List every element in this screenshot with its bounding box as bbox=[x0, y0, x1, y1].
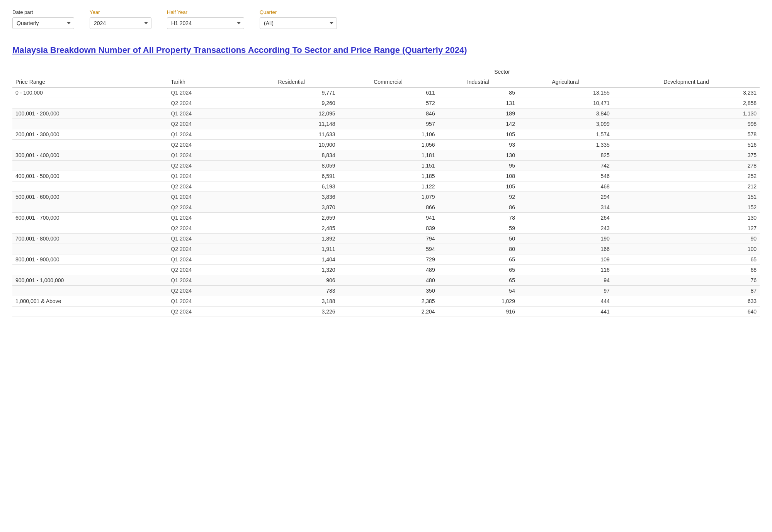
cell-industrial: 65 bbox=[438, 264, 518, 275]
table-row: 0 - 100,000 Q1 2024 9,771 611 85 13,155 … bbox=[12, 87, 760, 98]
cell-residential: 3,188 bbox=[245, 296, 338, 306]
date-part-label: Date part bbox=[12, 9, 74, 15]
cell-tarikh: Q2 2024 bbox=[168, 139, 244, 150]
table-row: 600,001 - 700,000 Q1 2024 2,659 941 78 2… bbox=[12, 212, 760, 223]
cell-agricultural: 13,155 bbox=[518, 87, 613, 98]
cell-industrial: 85 bbox=[438, 87, 518, 98]
cell-commercial: 866 bbox=[338, 202, 438, 212]
table-row: Q2 2024 783 350 54 97 87 bbox=[12, 285, 760, 296]
table-row: Q2 2024 8,059 1,151 95 742 278 bbox=[12, 160, 760, 171]
cell-dev-land: 87 bbox=[613, 285, 760, 296]
cell-dev-land: 130 bbox=[613, 212, 760, 223]
cell-tarikh: Q1 2024 bbox=[168, 150, 244, 160]
cell-industrial: 189 bbox=[438, 108, 518, 119]
cell-residential: 11,633 bbox=[245, 129, 338, 139]
cell-residential: 1,892 bbox=[245, 233, 338, 244]
cell-dev-land: 2,858 bbox=[613, 98, 760, 108]
quarter-label: Quarter bbox=[260, 9, 337, 15]
table-row: 800,001 - 900,000 Q1 2024 1,404 729 65 1… bbox=[12, 254, 760, 264]
cell-residential: 9,771 bbox=[245, 87, 338, 98]
cell-agricultural: 94 bbox=[518, 275, 613, 285]
cell-dev-land: 640 bbox=[613, 306, 760, 317]
table-row: Q2 2024 9,260 572 131 10,471 2,858 bbox=[12, 98, 760, 108]
cell-dev-land: 1,130 bbox=[613, 108, 760, 119]
data-table: Sector Price Range Tarikh Residential Co… bbox=[12, 67, 760, 317]
quarter-filter: Quarter (All)Q1 2024Q2 2024 bbox=[260, 9, 337, 29]
table-row: Q2 2024 1,911 594 80 166 100 bbox=[12, 244, 760, 254]
cell-price: 500,001 - 600,000 bbox=[12, 191, 168, 202]
cell-agricultural: 742 bbox=[518, 160, 613, 171]
report-title[interactable]: Malaysia Breakdown Number of All Propert… bbox=[12, 44, 760, 56]
cell-agricultural: 97 bbox=[518, 285, 613, 296]
cell-tarikh: Q2 2024 bbox=[168, 223, 244, 233]
table-row: Q2 2024 3,226 2,204 916 441 640 bbox=[12, 306, 760, 317]
cell-residential: 3,870 bbox=[245, 202, 338, 212]
cell-price: 300,001 - 400,000 bbox=[12, 150, 168, 160]
cell-dev-land: 375 bbox=[613, 150, 760, 160]
cell-tarikh: Q2 2024 bbox=[168, 160, 244, 171]
cell-agricultural: 109 bbox=[518, 254, 613, 264]
quarter-select[interactable]: (All)Q1 2024Q2 2024 bbox=[260, 17, 337, 29]
cell-tarikh: Q1 2024 bbox=[168, 212, 244, 223]
cell-industrial: 59 bbox=[438, 223, 518, 233]
cell-commercial: 839 bbox=[338, 223, 438, 233]
date-part-select[interactable]: QuarterlyMonthlyYearly bbox=[12, 17, 74, 29]
cell-industrial: 142 bbox=[438, 119, 518, 129]
cell-industrial: 108 bbox=[438, 171, 518, 181]
half-year-select[interactable]: H1 2024H2 2024 bbox=[167, 17, 244, 29]
cell-price: 800,001 - 900,000 bbox=[12, 254, 168, 264]
cell-dev-land: 998 bbox=[613, 119, 760, 129]
cell-commercial: 594 bbox=[338, 244, 438, 254]
cell-price: 700,001 - 800,000 bbox=[12, 233, 168, 244]
table-row: Q2 2024 10,900 1,056 93 1,335 516 bbox=[12, 139, 760, 150]
cell-tarikh: Q1 2024 bbox=[168, 233, 244, 244]
cell-commercial: 1,181 bbox=[338, 150, 438, 160]
col-dev-land: Development Land bbox=[613, 76, 760, 88]
table-row: 700,001 - 800,000 Q1 2024 1,892 794 50 1… bbox=[12, 233, 760, 244]
cell-residential: 2,659 bbox=[245, 212, 338, 223]
cell-industrial: 1,029 bbox=[438, 296, 518, 306]
cell-tarikh: Q2 2024 bbox=[168, 181, 244, 191]
cell-tarikh: Q2 2024 bbox=[168, 244, 244, 254]
year-select[interactable]: 202420232022 bbox=[90, 17, 151, 29]
cell-commercial: 2,385 bbox=[338, 296, 438, 306]
cell-commercial: 611 bbox=[338, 87, 438, 98]
cell-tarikh: Q1 2024 bbox=[168, 129, 244, 139]
cell-industrial: 92 bbox=[438, 191, 518, 202]
cell-dev-land: 212 bbox=[613, 181, 760, 191]
cell-dev-land: 127 bbox=[613, 223, 760, 233]
cell-dev-land: 65 bbox=[613, 254, 760, 264]
cell-commercial: 489 bbox=[338, 264, 438, 275]
cell-tarikh: Q2 2024 bbox=[168, 119, 244, 129]
cell-industrial: 95 bbox=[438, 160, 518, 171]
col-price-range: Price Range bbox=[12, 76, 168, 88]
cell-residential: 1,911 bbox=[245, 244, 338, 254]
cell-industrial: 131 bbox=[438, 98, 518, 108]
cell-residential: 8,834 bbox=[245, 150, 338, 160]
cell-price bbox=[12, 306, 168, 317]
filter-bar: Date part QuarterlyMonthlyYearly Year 20… bbox=[12, 9, 760, 29]
cell-agricultural: 444 bbox=[518, 296, 613, 306]
cell-price bbox=[12, 285, 168, 296]
cell-industrial: 105 bbox=[438, 129, 518, 139]
year-label: Year bbox=[90, 9, 151, 15]
cell-agricultural: 1,335 bbox=[518, 139, 613, 150]
table-body: 0 - 100,000 Q1 2024 9,771 611 85 13,155 … bbox=[12, 87, 760, 317]
cell-dev-land: 252 bbox=[613, 171, 760, 181]
half-year-filter: Half Year H1 2024H2 2024 bbox=[167, 9, 244, 29]
cell-agricultural: 825 bbox=[518, 150, 613, 160]
cell-industrial: 65 bbox=[438, 254, 518, 264]
cell-commercial: 729 bbox=[338, 254, 438, 264]
cell-dev-land: 516 bbox=[613, 139, 760, 150]
cell-agricultural: 294 bbox=[518, 191, 613, 202]
cell-price: 400,001 - 500,000 bbox=[12, 171, 168, 181]
table-row: Q2 2024 1,320 489 65 116 68 bbox=[12, 264, 760, 275]
cell-agricultural: 264 bbox=[518, 212, 613, 223]
cell-residential: 8,059 bbox=[245, 160, 338, 171]
cell-agricultural: 116 bbox=[518, 264, 613, 275]
cell-tarikh: Q2 2024 bbox=[168, 306, 244, 317]
table-row: 300,001 - 400,000 Q1 2024 8,834 1,181 13… bbox=[12, 150, 760, 160]
cell-residential: 9,260 bbox=[245, 98, 338, 108]
table-row: Q2 2024 3,870 866 86 314 152 bbox=[12, 202, 760, 212]
cell-commercial: 1,079 bbox=[338, 191, 438, 202]
